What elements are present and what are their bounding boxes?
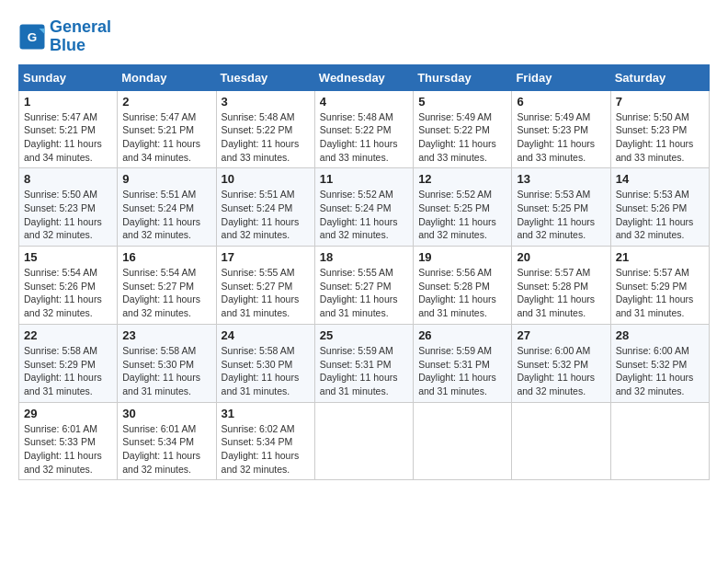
logo-icon: G xyxy=(18,23,46,51)
calendar-header-tuesday: Tuesday xyxy=(216,64,314,90)
day-info: Sunrise: 6:01 AM Sunset: 5:34 PM Dayligh… xyxy=(122,422,210,477)
page-header: G GeneralBlue xyxy=(18,18,710,55)
day-info: Sunrise: 5:50 AM Sunset: 5:23 PM Dayligh… xyxy=(24,188,112,242)
calendar-cell: 26 Sunrise: 5:59 AM Sunset: 5:31 PM Dayl… xyxy=(414,324,512,402)
day-info: Sunrise: 6:00 AM Sunset: 5:32 PM Dayligh… xyxy=(616,344,704,398)
day-number: 31 xyxy=(222,407,310,420)
day-info: Sunrise: 5:57 AM Sunset: 5:29 PM Dayligh… xyxy=(616,266,704,320)
calendar-cell: 25 Sunrise: 5:59 AM Sunset: 5:31 PM Dayl… xyxy=(314,324,413,402)
day-info: Sunrise: 5:50 AM Sunset: 5:23 PM Dayligh… xyxy=(616,110,704,165)
calendar-cell: 11 Sunrise: 5:52 AM Sunset: 5:24 PM Dayl… xyxy=(314,168,413,247)
day-info: Sunrise: 5:49 AM Sunset: 5:23 PM Dayligh… xyxy=(517,110,605,165)
calendar-week-row: 15 Sunrise: 5:54 AM Sunset: 5:26 PM Dayl… xyxy=(19,247,710,325)
day-info: Sunrise: 5:58 AM Sunset: 5:29 PM Dayligh… xyxy=(24,344,112,398)
day-info: Sunrise: 5:47 AM Sunset: 5:21 PM Dayligh… xyxy=(122,110,210,165)
calendar-header-saturday: Saturday xyxy=(610,64,709,90)
day-number: 27 xyxy=(517,328,605,342)
day-info: Sunrise: 5:54 AM Sunset: 5:27 PM Dayligh… xyxy=(122,266,210,320)
calendar-cell: 18 Sunrise: 5:55 AM Sunset: 5:27 PM Dayl… xyxy=(314,247,413,325)
calendar-week-row: 1 Sunrise: 5:47 AM Sunset: 5:21 PM Dayli… xyxy=(19,90,710,168)
day-number: 25 xyxy=(320,328,408,342)
day-number: 13 xyxy=(517,172,605,186)
day-number: 9 xyxy=(122,172,210,186)
calendar-header-sunday: Sunday xyxy=(19,64,118,90)
calendar-cell: 2 Sunrise: 5:47 AM Sunset: 5:21 PM Dayli… xyxy=(118,90,216,168)
day-info: Sunrise: 5:59 AM Sunset: 5:31 PM Dayligh… xyxy=(418,344,506,398)
day-info: Sunrise: 6:01 AM Sunset: 5:33 PM Dayligh… xyxy=(24,422,112,477)
calendar-cell: 16 Sunrise: 5:54 AM Sunset: 5:27 PM Dayl… xyxy=(118,247,216,325)
calendar-cell: 17 Sunrise: 5:55 AM Sunset: 5:27 PM Dayl… xyxy=(216,247,314,325)
day-number: 23 xyxy=(122,328,210,342)
day-number: 20 xyxy=(517,250,605,264)
calendar-cell: 19 Sunrise: 5:56 AM Sunset: 5:28 PM Dayl… xyxy=(414,247,512,325)
calendar-cell: 28 Sunrise: 6:00 AM Sunset: 5:32 PM Dayl… xyxy=(610,324,709,402)
calendar-cell: 3 Sunrise: 5:48 AM Sunset: 5:22 PM Dayli… xyxy=(216,90,314,168)
svg-text:G: G xyxy=(28,29,38,43)
calendar-header-wednesday: Wednesday xyxy=(314,64,413,90)
day-info: Sunrise: 5:58 AM Sunset: 5:30 PM Dayligh… xyxy=(122,344,210,398)
calendar-header-friday: Friday xyxy=(512,64,610,90)
day-number: 26 xyxy=(418,328,506,342)
day-info: Sunrise: 5:53 AM Sunset: 5:25 PM Dayligh… xyxy=(517,188,605,242)
calendar-cell: 23 Sunrise: 5:58 AM Sunset: 5:30 PM Dayl… xyxy=(118,324,216,402)
day-info: Sunrise: 5:49 AM Sunset: 5:22 PM Dayligh… xyxy=(418,110,506,165)
day-number: 8 xyxy=(24,172,112,186)
day-info: Sunrise: 5:48 AM Sunset: 5:22 PM Dayligh… xyxy=(320,110,408,165)
day-number: 11 xyxy=(320,172,408,186)
calendar-header-monday: Monday xyxy=(118,64,216,90)
calendar-cell: 14 Sunrise: 5:53 AM Sunset: 5:26 PM Dayl… xyxy=(610,168,709,247)
day-info: Sunrise: 5:51 AM Sunset: 5:24 PM Dayligh… xyxy=(222,188,310,242)
day-info: Sunrise: 6:00 AM Sunset: 5:32 PM Dayligh… xyxy=(517,344,605,398)
calendar-header-row: SundayMondayTuesdayWednesdayThursdayFrid… xyxy=(19,64,710,90)
calendar-cell: 30 Sunrise: 6:01 AM Sunset: 5:34 PM Dayl… xyxy=(118,402,216,480)
day-info: Sunrise: 5:53 AM Sunset: 5:26 PM Dayligh… xyxy=(616,188,704,242)
day-info: Sunrise: 6:02 AM Sunset: 5:34 PM Dayligh… xyxy=(222,422,310,477)
day-number: 17 xyxy=(222,250,310,264)
day-number: 19 xyxy=(418,250,506,264)
day-number: 24 xyxy=(222,328,310,342)
calendar-cell: 27 Sunrise: 6:00 AM Sunset: 5:32 PM Dayl… xyxy=(512,324,610,402)
calendar-cell: 1 Sunrise: 5:47 AM Sunset: 5:21 PM Dayli… xyxy=(19,90,118,168)
day-number: 22 xyxy=(24,328,112,342)
calendar-cell: 20 Sunrise: 5:57 AM Sunset: 5:28 PM Dayl… xyxy=(512,247,610,325)
day-number: 1 xyxy=(24,95,112,109)
day-info: Sunrise: 5:52 AM Sunset: 5:24 PM Dayligh… xyxy=(320,188,408,242)
calendar-cell xyxy=(610,402,709,480)
calendar-week-row: 22 Sunrise: 5:58 AM Sunset: 5:29 PM Dayl… xyxy=(19,324,710,402)
day-number: 15 xyxy=(24,250,112,264)
calendar-cell xyxy=(314,402,413,480)
logo-text: GeneralBlue xyxy=(50,18,111,55)
day-number: 4 xyxy=(320,95,408,109)
calendar-cell: 7 Sunrise: 5:50 AM Sunset: 5:23 PM Dayli… xyxy=(610,90,709,168)
calendar-cell: 6 Sunrise: 5:49 AM Sunset: 5:23 PM Dayli… xyxy=(512,90,610,168)
day-number: 3 xyxy=(222,95,310,109)
calendar-cell: 9 Sunrise: 5:51 AM Sunset: 5:24 PM Dayli… xyxy=(118,168,216,247)
day-info: Sunrise: 5:47 AM Sunset: 5:21 PM Dayligh… xyxy=(24,110,112,165)
day-info: Sunrise: 5:55 AM Sunset: 5:27 PM Dayligh… xyxy=(222,266,310,320)
day-number: 16 xyxy=(122,250,210,264)
day-number: 2 xyxy=(122,95,210,109)
day-info: Sunrise: 5:54 AM Sunset: 5:26 PM Dayligh… xyxy=(24,266,112,320)
day-number: 28 xyxy=(616,328,704,342)
day-info: Sunrise: 5:52 AM Sunset: 5:25 PM Dayligh… xyxy=(418,188,506,242)
calendar-cell: 12 Sunrise: 5:52 AM Sunset: 5:25 PM Dayl… xyxy=(414,168,512,247)
calendar-header-thursday: Thursday xyxy=(414,64,512,90)
calendar-cell: 4 Sunrise: 5:48 AM Sunset: 5:22 PM Dayli… xyxy=(314,90,413,168)
day-info: Sunrise: 5:56 AM Sunset: 5:28 PM Dayligh… xyxy=(418,266,506,320)
calendar-cell: 8 Sunrise: 5:50 AM Sunset: 5:23 PM Dayli… xyxy=(19,168,118,247)
day-number: 6 xyxy=(517,95,605,109)
day-info: Sunrise: 5:48 AM Sunset: 5:22 PM Dayligh… xyxy=(222,110,310,165)
day-number: 30 xyxy=(122,407,210,420)
calendar-cell xyxy=(512,402,610,480)
calendar-cell xyxy=(414,402,512,480)
calendar-cell: 13 Sunrise: 5:53 AM Sunset: 5:25 PM Dayl… xyxy=(512,168,610,247)
day-info: Sunrise: 5:51 AM Sunset: 5:24 PM Dayligh… xyxy=(122,188,210,242)
day-number: 10 xyxy=(222,172,310,186)
day-number: 14 xyxy=(616,172,704,186)
calendar-cell: 29 Sunrise: 6:01 AM Sunset: 5:33 PM Dayl… xyxy=(19,402,118,480)
calendar-cell: 31 Sunrise: 6:02 AM Sunset: 5:34 PM Dayl… xyxy=(216,402,314,480)
day-number: 21 xyxy=(616,250,704,264)
day-number: 18 xyxy=(320,250,408,264)
calendar-cell: 5 Sunrise: 5:49 AM Sunset: 5:22 PM Dayli… xyxy=(414,90,512,168)
day-info: Sunrise: 5:58 AM Sunset: 5:30 PM Dayligh… xyxy=(222,344,310,398)
